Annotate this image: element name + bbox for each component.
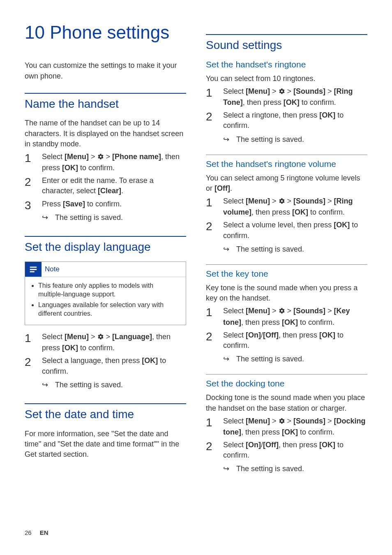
note-icon: [25, 262, 42, 277]
section-name-handset: Name the handset: [25, 93, 186, 111]
chapter-title: 10 Phone settings: [25, 23, 186, 42]
section-display-language: Set the display language: [25, 236, 186, 254]
result-text: The setting is saved.: [206, 244, 367, 254]
result-text: The setting is saved.: [206, 354, 367, 364]
manual-page: 10 Phone settings You can customize the …: [0, 0, 392, 555]
section-date-time: Set the date and time: [25, 403, 186, 421]
step-item: Select a language, then press [OK] to co…: [25, 356, 186, 376]
display-language-steps: Select [Menu] > > [Language], then press…: [25, 332, 186, 377]
subsection-docking-tone: Set the docking tone: [206, 374, 367, 388]
right-column: Sound settings Set the handset's rington…: [206, 23, 367, 478]
gear-icon: [279, 87, 285, 97]
key-tone-steps: Select [Menu] > > [Sounds] > [Key tone],…: [206, 306, 367, 351]
step-item: Select [Menu] > > [Sounds] > [Ring Tone]…: [206, 86, 367, 108]
ringtone-desc: You can select from 10 ringtones.: [206, 74, 367, 84]
step-item: Select [Menu] > > [Sounds] > [Ring volum…: [206, 196, 367, 217]
note-label: Note: [45, 265, 60, 273]
subsection-key-tone: Set the key tone: [206, 264, 367, 279]
step-item: Select [Menu] > > [Phone name], then pre…: [25, 152, 186, 173]
subsection-ring-volume: Set the handset's ringtone volume: [206, 155, 367, 169]
name-handset-steps: Select [Menu] > > [Phone name], then pre…: [25, 152, 186, 209]
gear-icon: [97, 333, 104, 343]
subsection-ringtone: Set the handset's ringtone: [206, 60, 367, 69]
step-item: Enter or edit the name. To erase a chara…: [25, 176, 186, 196]
step-item: Select [On]/[Off], then press [OK] to co…: [206, 440, 367, 460]
gear-icon: [279, 197, 285, 207]
left-column: 10 Phone settings You can customize the …: [25, 23, 186, 478]
ring-volume-desc: You can select among 5 ringtone volume l…: [206, 173, 367, 194]
docking-tone-desc: Docking tone is the sound made when you …: [206, 393, 367, 413]
step-item: Select [Menu] > > [Sounds] > [Key tone],…: [206, 306, 367, 327]
page-language: EN: [40, 529, 48, 536]
section-sound-settings: Sound settings: [206, 34, 367, 52]
result-text: The setting is saved.: [206, 464, 367, 474]
gear-icon: [97, 153, 104, 163]
docking-tone-steps: Select [Menu] > > [Sounds] > [Docking to…: [206, 416, 367, 461]
note-item: This feature only applies to models with…: [38, 281, 180, 299]
step-item: Select a ringtone, then press [OK] to co…: [206, 110, 367, 131]
key-tone-desc: Key tone is the sound made when you pres…: [206, 283, 367, 303]
result-text: The setting is saved.: [25, 380, 186, 390]
step-item: Select [Menu] > > [Sounds] > [Docking to…: [206, 416, 367, 437]
result-text: The setting is saved.: [206, 134, 367, 145]
gear-icon: [279, 417, 285, 427]
result-text: The setting is saved.: [25, 213, 186, 223]
ring-volume-steps: Select [Menu] > > [Sounds] > [Ring volum…: [206, 196, 367, 241]
gear-icon: [279, 307, 285, 317]
note-item: Languages available for selection vary w…: [38, 301, 180, 318]
page-footer: 26 EN: [25, 529, 48, 536]
date-time-desc: For more information, see "Set the date …: [25, 429, 186, 460]
page-number: 26: [25, 529, 32, 536]
chapter-intro: You can customize the settings to make i…: [25, 60, 186, 81]
step-item: Select a volume level, then press [OK] t…: [206, 220, 367, 240]
ringtone-steps: Select [Menu] > > [Sounds] > [Ring Tone]…: [206, 86, 367, 131]
name-handset-desc: The name of the handset can be up to 14 …: [25, 118, 186, 149]
step-item: Select [Menu] > > [Language], then press…: [25, 332, 186, 353]
step-item: Select [On]/[Off], then press [OK] to co…: [206, 330, 367, 351]
note-box: Note This feature only applies to models…: [25, 261, 186, 325]
step-item: Press [Save] to confirm.: [25, 199, 186, 209]
